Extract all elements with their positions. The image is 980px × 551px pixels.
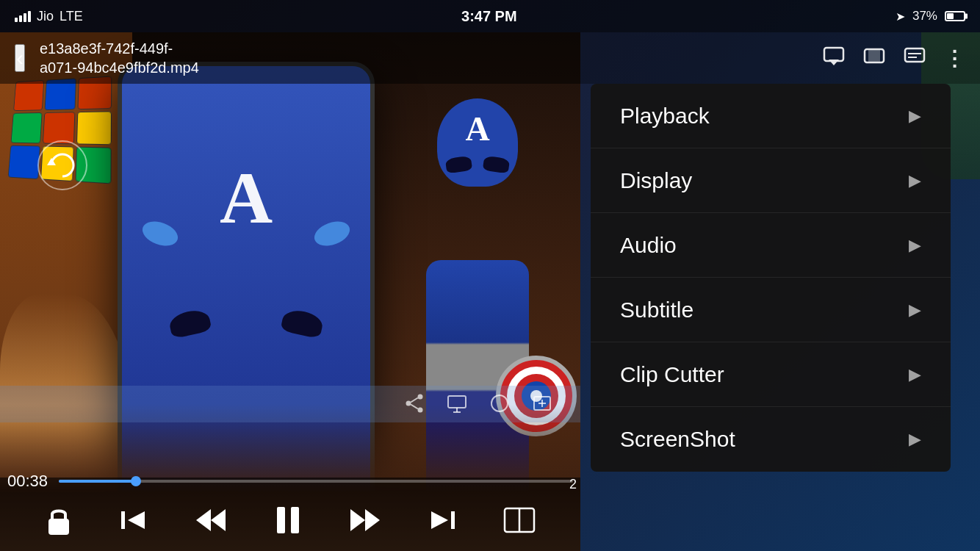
subtitle-chevron-icon: ▶: [909, 300, 921, 320]
status-time: 3:47 PM: [461, 8, 517, 25]
airplay-icon[interactable]: [823, 46, 845, 70]
svg-point-11: [418, 408, 423, 413]
svg-rect-0: [824, 48, 843, 61]
svg-marker-31: [431, 511, 448, 529]
pause-button[interactable]: [274, 504, 302, 536]
svg-rect-3: [868, 49, 880, 62]
svg-point-9: [418, 395, 423, 400]
svg-marker-25: [211, 509, 226, 531]
menu-item-display[interactable]: Display ▶: [591, 148, 951, 213]
menu-item-clipcutter-label: Clip Cutter: [620, 362, 724, 387]
skip-next-button[interactable]: [428, 505, 458, 535]
svg-rect-4: [905, 48, 924, 62]
svg-rect-26: [277, 507, 285, 533]
bottom-controls: 00:38 2: [0, 478, 580, 551]
svg-marker-28: [350, 509, 365, 531]
screenshot-chevron-icon: ▶: [909, 430, 921, 449]
svg-rect-14: [448, 396, 466, 408]
menu-item-subtitle[interactable]: Subtitle ▶: [591, 278, 951, 342]
skip-prev-button[interactable]: [118, 505, 148, 535]
network-type: LTE: [60, 9, 83, 24]
svg-marker-1: [829, 60, 839, 65]
display-chevron-icon: ▶: [909, 171, 921, 190]
progress-area[interactable]: 00:38: [7, 470, 573, 492]
cast-icon[interactable]: [863, 46, 885, 70]
svg-line-12: [411, 398, 418, 403]
svg-point-7: [38, 141, 87, 190]
menu-item-display-label: Display: [620, 168, 692, 193]
svg-marker-29: [365, 509, 380, 531]
svg-point-17: [491, 395, 508, 411]
playback-chevron-icon: ▶: [909, 107, 921, 126]
menu-item-audio-label: Audio: [620, 233, 677, 258]
status-left: Jio LTE: [15, 9, 83, 24]
menu-item-playback[interactable]: Playback ▶: [591, 84, 951, 148]
carrier-label: Jio: [37, 9, 54, 24]
svg-rect-30: [451, 511, 455, 529]
panel-button[interactable]: [503, 506, 536, 534]
screen-icon[interactable]: [447, 393, 467, 419]
svg-marker-23: [128, 511, 145, 529]
progress-bar-fill: [59, 480, 136, 483]
rewind-button[interactable]: [193, 506, 228, 534]
menu-item-playback-label: Playback: [620, 104, 710, 129]
battery-percent: 37%: [912, 9, 937, 24]
share-icon[interactable]: [404, 393, 425, 419]
fast-forward-button[interactable]: [347, 506, 383, 534]
replay-button[interactable]: [37, 140, 88, 191]
svg-rect-27: [291, 507, 299, 533]
mid-icons-row: [404, 393, 552, 419]
resize-icon[interactable]: [532, 393, 552, 419]
status-bar: Jio LTE 3:47 PM ➤ 37%: [0, 0, 980, 32]
file-title: e13a8e3f-742f-449f- a071-94bc4e9fbf2d.mp…: [40, 39, 199, 77]
svg-line-13: [411, 405, 418, 409]
more-options-icon[interactable]: ⋮: [944, 46, 965, 71]
location-icon: ➤: [896, 10, 905, 24]
battery-indicator: [945, 11, 965, 21]
svg-rect-21: [48, 519, 69, 535]
menu-item-subtitle-label: Subtitle: [620, 298, 693, 323]
audio-chevron-icon: ▶: [909, 236, 921, 255]
menu-item-screenshot[interactable]: ScreenShot ▶: [591, 407, 951, 472]
svg-marker-24: [196, 509, 211, 531]
status-right: ➤ 37%: [896, 9, 965, 24]
controls-row: [0, 495, 580, 545]
lock-button[interactable]: [45, 504, 73, 536]
back-button[interactable]: ‹: [15, 44, 25, 72]
svg-point-10: [406, 401, 411, 406]
signal-bars: [15, 11, 31, 22]
progress-thumb: [131, 476, 141, 486]
svg-rect-22: [121, 511, 125, 529]
subtitles-icon[interactable]: [904, 46, 926, 70]
clipcutter-chevron-icon: ▶: [909, 365, 921, 384]
time-display: 00:38: [7, 472, 48, 491]
dropdown-menu: Playback ▶ Display ▶ Audio ▶ Subtitle ▶ …: [591, 84, 951, 472]
menu-item-screenshot-label: ScreenShot: [620, 427, 735, 452]
page-indicator: 2: [569, 477, 577, 492]
header-bar: ‹ e13a8e3f-742f-449f- a071-94bc4e9fbf2d.…: [0, 32, 580, 84]
header-icons: ⋮: [580, 32, 980, 84]
progress-bar[interactable]: [59, 480, 573, 483]
menu-item-clipcutter[interactable]: Clip Cutter ▶: [591, 342, 951, 407]
menu-item-audio[interactable]: Audio ▶: [591, 213, 951, 278]
circle-icon[interactable]: [489, 393, 510, 419]
